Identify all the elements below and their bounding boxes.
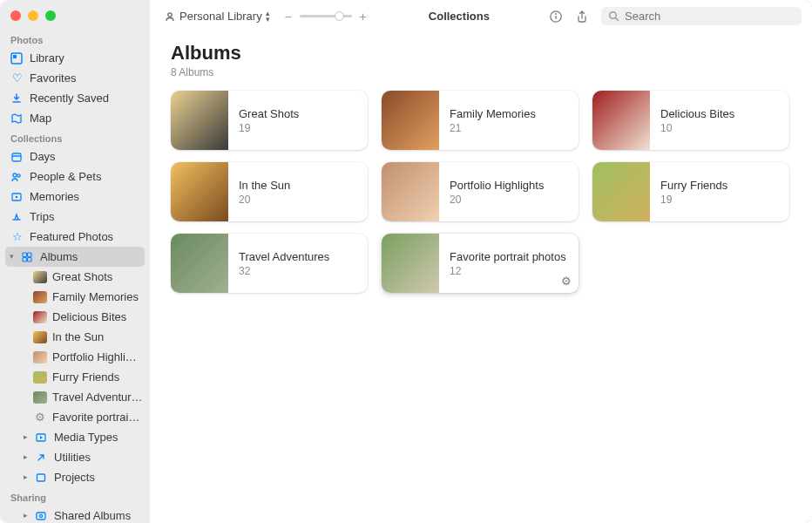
album-thumb-icon	[33, 391, 47, 404]
sidebar-item-label: Trips	[30, 209, 143, 224]
sidebar-item-label: Albums	[40, 249, 138, 264]
chevron-right-icon[interactable]: ▸	[21, 430, 30, 445]
content-area: Albums 8 Albums Great Shots 19 Family Me…	[150, 33, 812, 302]
sidebar-item-label: Recently Saved	[30, 91, 143, 105]
sidebar-album-travel-adventures[interactable]: Travel Adventures	[0, 387, 150, 407]
sidebar-item-label: Portfolio Highlights	[52, 350, 143, 364]
updown-icon: ▴▾	[266, 10, 270, 23]
search-input[interactable]	[625, 10, 795, 23]
search-field[interactable]	[601, 7, 802, 25]
sidebar: Photos Library ♡ Favorites Recently Save…	[0, 0, 150, 523]
svg-rect-15	[37, 513, 45, 520]
album-options-button[interactable]: ⚙	[561, 275, 572, 288]
album-thumb-icon	[33, 291, 47, 303]
info-button[interactable]	[549, 10, 566, 24]
sidebar-album-portfolio-highlights[interactable]: Portfolio Highlights	[0, 347, 150, 367]
album-card[interactable]: Family Memories 21	[382, 91, 579, 150]
library-selector-label: Personal Library	[179, 10, 262, 23]
svg-marker-13	[40, 436, 43, 439]
calendar-icon	[10, 151, 24, 163]
album-card[interactable]: Furry Friends 19	[592, 162, 789, 221]
svg-rect-1	[13, 55, 17, 58]
chevron-down-icon[interactable]: ▾	[7, 249, 16, 264]
sidebar-album-family-memories[interactable]: Family Memories	[0, 287, 150, 307]
sidebar-item-label: Shared Albums	[54, 508, 143, 523]
album-card[interactable]: Favorite portrait photos 12 ⚙	[382, 234, 579, 293]
main-area: Personal Library ▴▾ − + Collections Albu…	[150, 0, 812, 523]
sidebar-album-great-shots[interactable]: Great Shots	[0, 267, 150, 287]
sidebar-item-recently-saved[interactable]: Recently Saved	[0, 88, 150, 108]
sidebar-item-featured-photos[interactable]: ☆ Featured Photos	[0, 227, 150, 247]
zoom-in-button[interactable]: +	[357, 10, 369, 24]
album-count: 19	[660, 194, 727, 206]
zoom-out-button[interactable]: −	[282, 10, 294, 24]
sidebar-item-memories[interactable]: Memories	[0, 187, 150, 207]
library-selector[interactable]: Personal Library ▴▾	[160, 8, 274, 24]
sidebar-item-library[interactable]: Library	[0, 48, 150, 68]
svg-line-22	[616, 18, 619, 21]
sidebar-item-albums[interactable]: ▾ Albums	[5, 247, 145, 267]
sidebar-section-photos: Photos	[0, 30, 150, 48]
chevron-right-icon[interactable]: ▸	[21, 470, 30, 485]
album-card[interactable]: Travel Adventures 32	[171, 234, 368, 293]
zoom-slider[interactable]	[300, 15, 352, 17]
album-title: Portfolio Highlights	[450, 179, 544, 192]
sidebar-item-trips[interactable]: Trips	[0, 207, 150, 227]
sidebar-item-favorites[interactable]: ♡ Favorites	[0, 68, 150, 88]
projects-icon	[35, 472, 49, 484]
star-icon: ☆	[10, 229, 24, 244]
sidebar-album-delicious-bites[interactable]: Delicious Bites	[0, 307, 150, 327]
sidebar-item-map[interactable]: Map	[0, 108, 150, 128]
sidebar-item-label: Delicious Bites	[52, 309, 143, 324]
toolbar-view-title: Collections	[429, 10, 490, 23]
media-icon	[35, 431, 49, 444]
trips-icon	[10, 211, 24, 223]
album-card[interactable]: Great Shots 19	[171, 91, 368, 150]
album-title: In the Sun	[239, 179, 290, 192]
album-thumb-icon	[33, 351, 47, 363]
utilities-icon	[35, 452, 49, 464]
chevron-right-icon[interactable]: ▸	[21, 450, 30, 465]
sidebar-item-utilities[interactable]: ▸ Utilities	[0, 447, 150, 467]
album-thumbnail	[592, 162, 650, 221]
person-icon	[164, 10, 176, 23]
svg-rect-2	[12, 153, 21, 161]
zoom-slider-thumb[interactable]	[335, 11, 344, 21]
gear-icon: ⚙	[33, 410, 47, 425]
toolbar: Personal Library ▴▾ − + Collections	[150, 0, 812, 33]
chevron-right-icon[interactable]: ▸	[21, 508, 30, 523]
sidebar-album-favorite-portrait-photos[interactable]: ⚙ Favorite portrait photos	[0, 407, 150, 427]
sidebar-album-in-the-sun[interactable]: In the Sun	[0, 327, 150, 347]
sidebar-item-label: Favorite portrait photos	[52, 410, 143, 425]
sidebar-album-furry-friends[interactable]: Furry Friends	[0, 367, 150, 387]
album-thumb-icon	[33, 331, 47, 343]
close-window-button[interactable]	[10, 10, 21, 21]
sidebar-item-label: Featured Photos	[30, 229, 143, 244]
album-card[interactable]: In the Sun 20	[171, 162, 368, 221]
sidebar-item-shared-albums[interactable]: ▸ Shared Albums	[0, 506, 150, 523]
svg-rect-9	[28, 253, 32, 257]
albums-grid: Great Shots 19 Family Memories 21 Delici…	[171, 91, 791, 293]
albums-icon	[21, 251, 35, 263]
sidebar-item-label: Days	[30, 149, 143, 164]
sidebar-item-label: Library	[30, 51, 143, 65]
album-thumbnail	[382, 91, 439, 150]
minimize-window-button[interactable]	[28, 10, 38, 21]
sidebar-item-label: Travel Adventures	[52, 390, 143, 404]
album-thumbnail	[382, 162, 439, 221]
album-card[interactable]: Delicious Bites 10	[592, 91, 789, 150]
album-thumb-icon	[33, 311, 47, 323]
sidebar-item-label: Family Memories	[52, 289, 143, 304]
sidebar-item-projects[interactable]: ▸ Projects	[0, 467, 150, 487]
sidebar-item-people-pets[interactable]: People & Pets	[0, 166, 150, 187]
share-button[interactable]	[575, 10, 592, 24]
album-title: Great Shots	[239, 107, 299, 120]
album-card[interactable]: Portfolio Highlights 20	[382, 162, 579, 221]
album-thumbnail	[382, 234, 439, 293]
album-count: 21	[450, 122, 536, 134]
fullscreen-window-button[interactable]	[45, 10, 56, 21]
svg-point-19	[555, 13, 557, 15]
sidebar-item-days[interactable]: Days	[0, 146, 150, 166]
people-icon	[10, 171, 24, 183]
sidebar-item-media-types[interactable]: ▸ Media Types	[0, 427, 150, 447]
